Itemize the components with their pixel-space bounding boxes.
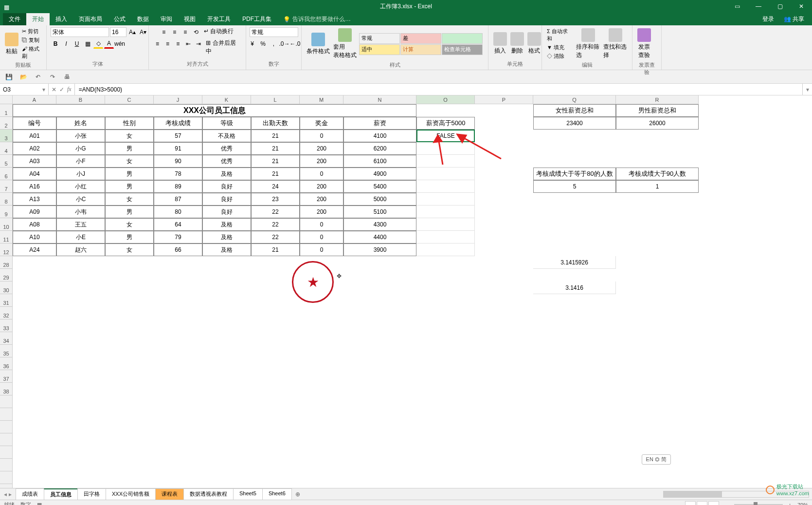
cell[interactable]: 80: [154, 206, 202, 218]
cell[interactable]: 及格: [202, 168, 251, 180]
cell[interactable]: 优秀: [202, 155, 251, 168]
cell[interactable]: 小张: [56, 130, 105, 142]
number-format-select[interactable]: [250, 27, 298, 37]
cell[interactable]: 姓名: [56, 117, 105, 130]
row-header-7[interactable]: 7: [0, 180, 13, 193]
cut-button[interactable]: ✂ 剪切: [21, 27, 42, 36]
row-header-36[interactable]: 36: [0, 357, 13, 370]
cell[interactable]: 4900: [343, 168, 416, 180]
tab-developer[interactable]: 开发工具: [201, 13, 236, 25]
maximize-button[interactable]: ▢: [769, 0, 791, 13]
row-header-1[interactable]: 1: [0, 104, 13, 117]
cell[interactable]: A13: [13, 193, 56, 206]
new-sheet-button[interactable]: ⊕: [291, 491, 304, 498]
view-normal-icon[interactable]: [685, 501, 696, 505]
cell[interactable]: [416, 180, 475, 193]
cell[interactable]: 良好: [202, 206, 251, 218]
share-button[interactable]: 👥 共享: [779, 13, 809, 25]
fx-icon[interactable]: fx: [67, 86, 72, 93]
cell[interactable]: 200: [300, 180, 343, 193]
merge-center-button[interactable]: ⊞ 合并后居中: [204, 39, 242, 56]
cell[interactable]: 4300: [343, 218, 416, 231]
cell[interactable]: 26000: [616, 117, 699, 130]
cell[interactable]: 奖金: [300, 117, 343, 130]
style-neutral[interactable]: 适中: [359, 44, 400, 55]
row-headers[interactable]: 1234567891011122829303132333435363738: [0, 104, 13, 488]
cell[interactable]: 出勤天数: [251, 117, 300, 130]
cell[interactable]: A03: [13, 155, 56, 168]
font-size-select[interactable]: [110, 27, 126, 37]
cell[interactable]: 薪资高于5000: [416, 117, 475, 130]
fill-button[interactable]: ▼ 填充: [546, 43, 574, 52]
view-pagebreak-icon[interactable]: [708, 501, 719, 505]
cell[interactable]: 男: [105, 142, 154, 155]
sheet-tab[interactable]: 成绩表: [16, 488, 44, 500]
sheet-tab[interactable]: XXX公司销售额: [106, 488, 156, 500]
style-bad[interactable]: 差: [400, 33, 441, 44]
insert-cells-button[interactable]: 插入: [492, 31, 508, 56]
tab-home[interactable]: 开始: [26, 13, 50, 25]
tab-review[interactable]: 审阅: [155, 13, 178, 25]
cell[interactable]: [416, 193, 475, 206]
align-bottom-icon[interactable]: ≡: [180, 27, 190, 37]
cell[interactable]: 男: [105, 206, 154, 218]
cell[interactable]: 及格: [202, 243, 251, 256]
cell[interactable]: A24: [13, 243, 56, 256]
cell[interactable]: 4100: [343, 130, 416, 142]
cell[interactable]: 23: [251, 193, 300, 206]
decrease-font-icon[interactable]: A▾: [138, 27, 148, 37]
row-header-31[interactable]: 31: [0, 294, 13, 307]
col-header-B[interactable]: B: [56, 95, 105, 104]
cell[interactable]: 小F: [56, 155, 105, 168]
col-header-A[interactable]: A: [13, 95, 56, 104]
find-select-button[interactable]: 查找和选择: [602, 27, 628, 60]
cell[interactable]: 21: [251, 142, 300, 155]
cell[interactable]: 200: [300, 193, 343, 206]
cell[interactable]: 薪资: [343, 117, 416, 130]
align-right-icon[interactable]: ≡: [173, 39, 182, 49]
sort-filter-button[interactable]: 排序和筛选: [575, 27, 601, 60]
cell[interactable]: A08: [13, 218, 56, 231]
zoom-in-icon[interactable]: +: [789, 502, 792, 505]
row-header-2[interactable]: 2: [0, 117, 13, 130]
row-header-35[interactable]: 35: [0, 345, 13, 357]
cell[interactable]: 男性薪资总和: [616, 104, 699, 117]
italic-button[interactable]: I: [61, 39, 71, 49]
cell[interactable]: 小G: [56, 142, 105, 155]
cell[interactable]: 女: [105, 218, 154, 231]
cell[interactable]: 21: [251, 243, 300, 256]
row-header-29[interactable]: 29: [0, 269, 13, 281]
border-button[interactable]: ▦: [83, 39, 92, 49]
cell[interactable]: 64: [154, 218, 202, 231]
col-header-P[interactable]: P: [475, 95, 533, 104]
orientation-icon[interactable]: ⟲: [191, 27, 201, 37]
cell[interactable]: 22: [251, 206, 300, 218]
conditional-format-button[interactable]: 条件格式: [306, 32, 331, 56]
close-button[interactable]: ✕: [791, 0, 812, 13]
format-cells-button[interactable]: 格式: [526, 31, 542, 56]
cell[interactable]: 0: [300, 231, 343, 243]
copy-button[interactable]: ⿻ 复制: [21, 36, 42, 44]
cell[interactable]: 男: [105, 180, 154, 193]
col-header-C[interactable]: C: [105, 95, 154, 104]
zoom-level[interactable]: 70%: [797, 502, 808, 505]
cell[interactable]: [416, 206, 475, 218]
qat-open-icon[interactable]: 📂: [18, 72, 28, 82]
cell[interactable]: 女: [105, 193, 154, 206]
cell[interactable]: A09: [13, 206, 56, 218]
cell[interactable]: 78: [154, 168, 202, 180]
sheet-tab[interactable]: Sheet5: [233, 488, 263, 500]
name-box[interactable]: O3▾: [0, 84, 49, 95]
style-calc[interactable]: 计算: [400, 44, 441, 55]
cell[interactable]: 性别: [105, 117, 154, 130]
sheet-nav-last-icon[interactable]: ▸: [9, 491, 12, 498]
clear-button[interactable]: ◇ 清除: [546, 52, 574, 60]
row-header-5[interactable]: 5: [0, 155, 13, 168]
cell[interactable]: 6200: [343, 142, 416, 155]
cell[interactable]: 22: [251, 218, 300, 231]
underline-button[interactable]: U: [72, 39, 82, 49]
sheet-tab[interactable]: 课程表: [155, 488, 184, 500]
tab-pagelayout[interactable]: 页面布局: [73, 13, 108, 25]
cell[interactable]: [416, 231, 475, 243]
cell[interactable]: 等级: [202, 117, 251, 130]
